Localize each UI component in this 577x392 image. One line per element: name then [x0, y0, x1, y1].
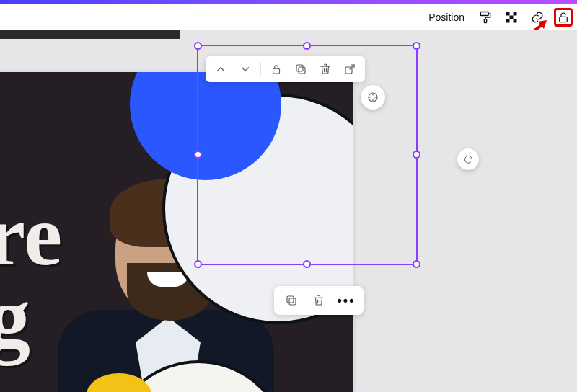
lock-small-icon[interactable]	[265, 58, 287, 80]
resize-handle-bm[interactable]	[303, 260, 311, 268]
svg-rect-4	[510, 15, 514, 19]
svg-rect-14	[287, 296, 294, 303]
popout-icon[interactable]	[339, 58, 361, 80]
trash-icon[interactable]	[314, 58, 336, 80]
duplicate-icon[interactable]	[290, 58, 312, 80]
transparency-icon[interactable]	[502, 8, 521, 27]
svg-rect-0	[480, 12, 488, 15]
svg-rect-7	[560, 17, 568, 22]
duplicate-icon[interactable]	[280, 290, 303, 311]
headline-line1: re	[0, 195, 62, 277]
design-page[interactable]: re g	[0, 72, 353, 392]
sync-icon[interactable]	[457, 148, 479, 170]
resize-handle-mr[interactable]	[413, 151, 420, 159]
more-icon[interactable]: •••	[335, 290, 358, 311]
chevron-down-icon[interactable]	[234, 58, 256, 80]
svg-rect-5	[506, 19, 510, 22]
resize-handle-tr[interactable]	[413, 42, 420, 50]
resize-handle-bl[interactable]	[194, 260, 202, 268]
resize-handle-tm[interactable]	[303, 42, 311, 50]
top-toolbar: Position	[0, 4, 577, 30]
trash-icon[interactable]	[307, 290, 330, 311]
toolbar-separator	[260, 62, 261, 76]
headline-line2: g	[0, 277, 62, 359]
svg-rect-1	[484, 19, 486, 22]
position-button[interactable]: Position	[428, 12, 464, 23]
lock-icon[interactable]	[554, 8, 573, 27]
headline-text[interactable]: re g	[0, 195, 62, 359]
resize-handle-br[interactable]	[413, 260, 420, 268]
resize-handle-tl[interactable]	[194, 42, 202, 50]
svg-rect-10	[296, 65, 303, 71]
svg-rect-13	[289, 298, 296, 305]
paint-roller-icon[interactable]	[476, 8, 495, 27]
thumbnail-strip	[0, 30, 180, 39]
sparkle-icon[interactable]	[361, 85, 385, 110]
svg-rect-2	[506, 12, 510, 15]
svg-rect-3	[514, 12, 517, 15]
context-toolbar: •••	[274, 286, 364, 315]
resize-handle-ml[interactable]	[194, 151, 202, 159]
chevron-up-icon[interactable]	[210, 58, 232, 80]
svg-rect-8	[273, 68, 280, 74]
svg-rect-9	[299, 67, 305, 74]
link-icon[interactable]	[528, 8, 547, 27]
element-toolbar	[206, 56, 365, 82]
svg-rect-6	[514, 19, 517, 22]
